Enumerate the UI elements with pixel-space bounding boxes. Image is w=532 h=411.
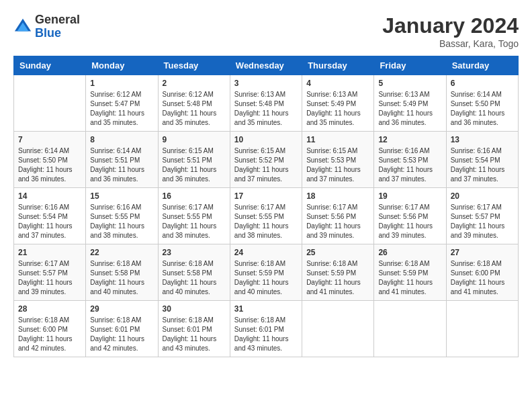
cell-info: Sunrise: 6:12 AM Sunset: 5:47 PM Dayligh…: [90, 90, 153, 128]
table-cell: 19Sunrise: 6:17 AM Sunset: 5:56 PM Dayli…: [374, 188, 446, 244]
cell-info: Sunrise: 6:17 AM Sunset: 5:56 PM Dayligh…: [306, 203, 369, 240]
table-cell: [374, 301, 446, 357]
page-header: General Blue January 2024 Bassar, Kara, …: [13, 13, 519, 49]
table-cell: 31Sunrise: 6:18 AM Sunset: 6:01 PM Dayli…: [230, 301, 302, 357]
cell-info: Sunrise: 6:18 AM Sunset: 5:59 PM Dayligh…: [306, 259, 369, 297]
table-cell: [446, 301, 518, 357]
day-number: 30: [163, 304, 226, 314]
day-number: 12: [378, 135, 441, 144]
day-number: 9: [163, 135, 226, 144]
day-number: 21: [18, 248, 81, 257]
table-cell: 21Sunrise: 6:17 AM Sunset: 5:57 PM Dayli…: [14, 244, 86, 301]
table-cell: 14Sunrise: 6:16 AM Sunset: 5:54 PM Dayli…: [14, 188, 86, 244]
week-row-4: 21Sunrise: 6:17 AM Sunset: 5:57 PM Dayli…: [14, 244, 519, 301]
cell-info: Sunrise: 6:17 AM Sunset: 5:57 PM Dayligh…: [18, 259, 81, 297]
month-title: January 2024: [382, 13, 519, 38]
cell-info: Sunrise: 6:17 AM Sunset: 5:57 PM Dayligh…: [451, 203, 514, 240]
table-cell: 1Sunrise: 6:12 AM Sunset: 5:47 PM Daylig…: [86, 75, 158, 132]
cell-info: Sunrise: 6:14 AM Sunset: 5:50 PM Dayligh…: [18, 146, 81, 184]
table-cell: 17Sunrise: 6:17 AM Sunset: 5:55 PM Dayli…: [230, 188, 302, 244]
table-cell: 30Sunrise: 6:18 AM Sunset: 6:01 PM Dayli…: [158, 301, 230, 357]
day-number: 20: [451, 191, 514, 201]
day-number: 17: [234, 191, 298, 201]
day-number: 24: [234, 248, 298, 257]
cell-info: Sunrise: 6:18 AM Sunset: 5:59 PM Dayligh…: [378, 259, 441, 297]
cell-info: Sunrise: 6:16 AM Sunset: 5:54 PM Dayligh…: [451, 146, 514, 184]
week-row-5: 28Sunrise: 6:18 AM Sunset: 6:00 PM Dayli…: [14, 301, 519, 357]
cell-info: Sunrise: 6:16 AM Sunset: 5:53 PM Dayligh…: [378, 146, 441, 184]
cell-info: Sunrise: 6:16 AM Sunset: 5:54 PM Dayligh…: [18, 203, 81, 240]
cell-info: Sunrise: 6:17 AM Sunset: 5:56 PM Dayligh…: [378, 203, 441, 240]
col-saturday: Saturday: [446, 56, 518, 75]
cell-info: Sunrise: 6:18 AM Sunset: 5:58 PM Dayligh…: [163, 259, 226, 297]
day-number: 28: [18, 304, 81, 314]
table-cell: 5Sunrise: 6:13 AM Sunset: 5:49 PM Daylig…: [374, 75, 446, 132]
table-cell: 22Sunrise: 6:18 AM Sunset: 5:58 PM Dayli…: [86, 244, 158, 301]
col-wednesday: Wednesday: [230, 56, 302, 75]
day-number: 15: [90, 191, 153, 201]
week-row-2: 7Sunrise: 6:14 AM Sunset: 5:50 PM Daylig…: [14, 132, 519, 188]
day-number: 8: [90, 135, 153, 144]
cell-info: Sunrise: 6:13 AM Sunset: 5:48 PM Dayligh…: [234, 90, 298, 128]
day-number: 16: [163, 191, 226, 201]
cell-info: Sunrise: 6:18 AM Sunset: 6:00 PM Dayligh…: [18, 316, 81, 353]
day-number: 18: [306, 191, 369, 201]
table-cell: 26Sunrise: 6:18 AM Sunset: 5:59 PM Dayli…: [374, 244, 446, 301]
table-cell: 12Sunrise: 6:16 AM Sunset: 5:53 PM Dayli…: [374, 132, 446, 188]
table-cell: 23Sunrise: 6:18 AM Sunset: 5:58 PM Dayli…: [158, 244, 230, 301]
cell-info: Sunrise: 6:15 AM Sunset: 5:52 PM Dayligh…: [234, 146, 298, 184]
table-cell: 13Sunrise: 6:16 AM Sunset: 5:54 PM Dayli…: [446, 132, 518, 188]
day-number: 27: [451, 248, 514, 257]
cell-info: Sunrise: 6:12 AM Sunset: 5:48 PM Dayligh…: [163, 90, 226, 128]
table-cell: 9Sunrise: 6:15 AM Sunset: 5:51 PM Daylig…: [158, 132, 230, 188]
logo-blue: Blue: [35, 26, 61, 40]
week-row-3: 14Sunrise: 6:16 AM Sunset: 5:54 PM Dayli…: [14, 188, 519, 244]
location-subtitle: Bassar, Kara, Togo: [382, 38, 519, 49]
cell-info: Sunrise: 6:18 AM Sunset: 6:01 PM Dayligh…: [163, 316, 226, 353]
table-cell: 2Sunrise: 6:12 AM Sunset: 5:48 PM Daylig…: [158, 75, 230, 132]
table-cell: 3Sunrise: 6:13 AM Sunset: 5:48 PM Daylig…: [230, 75, 302, 132]
table-cell: 25Sunrise: 6:18 AM Sunset: 5:59 PM Dayli…: [302, 244, 374, 301]
day-number: 4: [306, 79, 369, 88]
cell-info: Sunrise: 6:17 AM Sunset: 5:55 PM Dayligh…: [234, 203, 298, 240]
day-number: 11: [306, 135, 369, 144]
cell-info: Sunrise: 6:16 AM Sunset: 5:55 PM Dayligh…: [90, 203, 153, 240]
cell-info: Sunrise: 6:18 AM Sunset: 5:59 PM Dayligh…: [234, 259, 298, 297]
day-number: 25: [306, 248, 369, 257]
table-cell: 18Sunrise: 6:17 AM Sunset: 5:56 PM Dayli…: [302, 188, 374, 244]
col-tuesday: Tuesday: [158, 56, 230, 75]
cell-info: Sunrise: 6:18 AM Sunset: 5:58 PM Dayligh…: [90, 259, 153, 297]
cell-info: Sunrise: 6:15 AM Sunset: 5:51 PM Dayligh…: [163, 146, 226, 184]
cell-info: Sunrise: 6:13 AM Sunset: 5:49 PM Dayligh…: [378, 90, 441, 128]
table-cell: 6Sunrise: 6:14 AM Sunset: 5:50 PM Daylig…: [446, 75, 518, 132]
day-number: 13: [451, 135, 514, 144]
title-block: January 2024 Bassar, Kara, Togo: [382, 13, 519, 49]
table-cell: [14, 75, 86, 132]
col-thursday: Thursday: [302, 56, 374, 75]
day-number: 5: [378, 79, 441, 88]
table-cell: 16Sunrise: 6:17 AM Sunset: 5:55 PM Dayli…: [158, 188, 230, 244]
logo-general: General: [35, 13, 80, 26]
day-number: 6: [451, 79, 514, 88]
table-cell: 28Sunrise: 6:18 AM Sunset: 6:00 PM Dayli…: [14, 301, 86, 357]
cell-info: Sunrise: 6:18 AM Sunset: 6:01 PM Dayligh…: [90, 316, 153, 353]
logo-icon: [13, 17, 32, 36]
day-number: 23: [163, 248, 226, 257]
cell-info: Sunrise: 6:18 AM Sunset: 6:01 PM Dayligh…: [234, 316, 298, 353]
cell-info: Sunrise: 6:13 AM Sunset: 5:49 PM Dayligh…: [306, 90, 369, 128]
day-number: 26: [378, 248, 441, 257]
table-cell: 29Sunrise: 6:18 AM Sunset: 6:01 PM Dayli…: [86, 301, 158, 357]
day-number: 19: [378, 191, 441, 201]
day-number: 1: [90, 79, 153, 88]
cell-info: Sunrise: 6:17 AM Sunset: 5:55 PM Dayligh…: [163, 203, 226, 240]
calendar-table: Sunday Monday Tuesday Wednesday Thursday…: [13, 56, 519, 357]
col-sunday: Sunday: [14, 56, 86, 75]
day-number: 14: [18, 191, 81, 201]
day-number: 10: [234, 135, 298, 144]
table-cell: 7Sunrise: 6:14 AM Sunset: 5:50 PM Daylig…: [14, 132, 86, 188]
day-number: 2: [163, 79, 226, 88]
table-cell: 8Sunrise: 6:14 AM Sunset: 5:51 PM Daylig…: [86, 132, 158, 188]
table-cell: 15Sunrise: 6:16 AM Sunset: 5:55 PM Dayli…: [86, 188, 158, 244]
table-cell: 4Sunrise: 6:13 AM Sunset: 5:49 PM Daylig…: [302, 75, 374, 132]
col-friday: Friday: [374, 56, 446, 75]
